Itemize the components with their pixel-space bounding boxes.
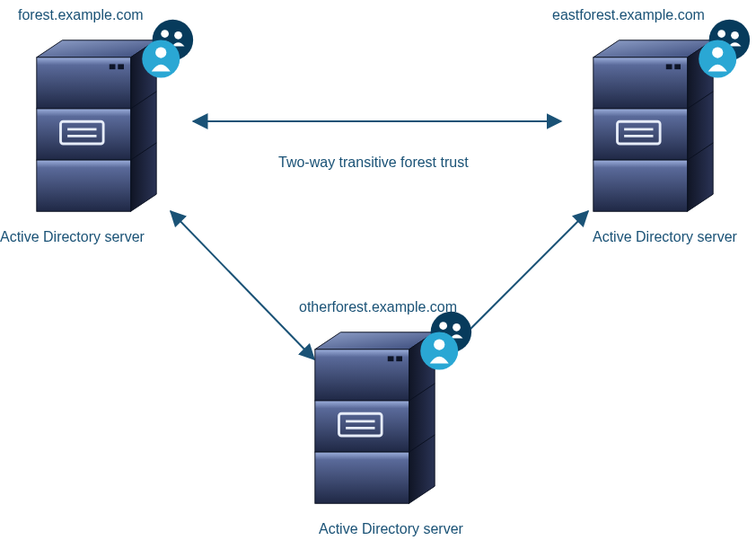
- svg-rect-36: [315, 350, 409, 401]
- ad-users-icon: [694, 18, 756, 81]
- svg-rect-20: [593, 109, 688, 160]
- svg-point-49: [420, 332, 458, 370]
- caption-right: Active Directory server: [593, 229, 737, 245]
- svg-rect-28: [674, 64, 681, 69]
- svg-point-31: [731, 31, 739, 40]
- svg-point-14: [174, 31, 182, 40]
- svg-rect-37: [315, 401, 409, 452]
- svg-point-15: [142, 40, 180, 78]
- svg-rect-3: [37, 109, 131, 160]
- svg-rect-19: [593, 58, 688, 109]
- domain-label-right: eastforest.example.com: [552, 7, 705, 23]
- ad-users-icon: [416, 310, 479, 373]
- svg-rect-44: [388, 356, 394, 361]
- svg-point-16: [155, 47, 166, 58]
- svg-rect-2: [37, 58, 131, 109]
- svg-rect-38: [315, 452, 409, 503]
- svg-rect-21: [593, 160, 688, 211]
- svg-rect-4: [37, 160, 131, 211]
- svg-rect-45: [396, 356, 402, 361]
- svg-point-33: [712, 47, 723, 58]
- trust-label: Two-way transitive forest trust: [278, 155, 469, 171]
- server-node-bottom: [305, 328, 462, 508]
- server-node-right: [584, 36, 741, 216]
- svg-point-47: [439, 322, 447, 330]
- svg-point-13: [161, 30, 169, 38]
- ad-users-icon: [137, 18, 200, 81]
- svg-point-50: [434, 339, 444, 350]
- svg-rect-10: [110, 64, 116, 69]
- caption-left: Active Directory server: [0, 229, 145, 245]
- arrow-left-bottom: [171, 211, 314, 359]
- caption-bottom: Active Directory server: [319, 521, 463, 537]
- svg-point-32: [699, 40, 736, 78]
- domain-label-left: forest.example.com: [18, 7, 144, 23]
- svg-rect-11: [118, 64, 124, 69]
- svg-rect-27: [666, 64, 672, 69]
- server-node-left: [27, 36, 184, 216]
- svg-point-30: [717, 30, 725, 38]
- svg-point-48: [453, 323, 461, 332]
